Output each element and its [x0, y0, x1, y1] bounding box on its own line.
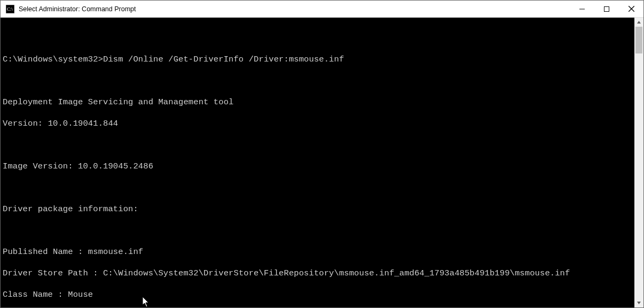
- vertical-scrollbar[interactable]: [634, 18, 643, 307]
- svg-rect-3: [604, 6, 609, 11]
- titlebar: C:\ Select Administrator: Command Prompt: [1, 1, 643, 18]
- prompt-line: C:\Windows\system32>Dism /Online /Get-Dr…: [3, 54, 641, 65]
- cmd-icon: C:\: [6, 5, 14, 13]
- window-title: Select Administrator: Command Prompt: [19, 5, 570, 13]
- tool-version-line: Version: 10.0.19041.844: [3, 118, 641, 129]
- scroll-thumb[interactable]: [635, 27, 642, 53]
- pkg-info-heading: Driver package information:: [3, 204, 641, 214]
- maximize-button[interactable]: [594, 1, 619, 17]
- image-version-line: Image Version: 10.0.19045.2486: [3, 161, 641, 172]
- terminal-container: C:\Windows\system32>Dism /Online /Get-Dr…: [1, 18, 643, 307]
- blank-line: [3, 33, 641, 43]
- close-button[interactable]: [619, 1, 643, 17]
- prompt-command: Dism /Online /Get-DriverInfo /Driver:msm…: [103, 55, 344, 64]
- store-path-line: Driver Store Path : C:\Windows\System32\…: [3, 268, 641, 279]
- svg-text:C:\: C:\: [7, 6, 13, 12]
- minimize-button[interactable]: [570, 1, 594, 17]
- class-name-line: Class Name : Mouse: [3, 289, 641, 300]
- blank-line: [3, 75, 641, 86]
- blank-line: [3, 140, 641, 150]
- scroll-up-button[interactable]: [634, 18, 643, 27]
- blank-line: [3, 182, 641, 193]
- terminal-output[interactable]: C:\Windows\system32>Dism /Online /Get-Dr…: [1, 18, 643, 307]
- scroll-down-button[interactable]: [634, 298, 643, 307]
- published-name-line: Published Name : msmouse.inf: [3, 247, 641, 257]
- blank-line: [3, 225, 641, 236]
- prompt-path: C:\Windows\system32>: [3, 55, 103, 64]
- tool-heading: Deployment Image Servicing and Managemen…: [3, 97, 641, 107]
- window-controls: [570, 1, 643, 17]
